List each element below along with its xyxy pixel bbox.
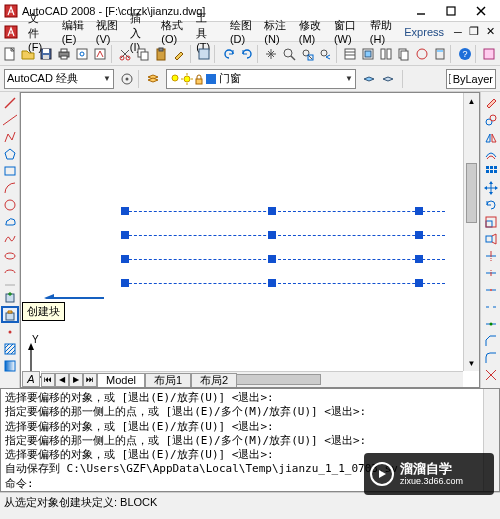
spline-icon[interactable] — [1, 230, 19, 247]
grip[interactable] — [268, 255, 276, 263]
maximize-button[interactable] — [436, 1, 466, 21]
make-block-icon[interactable] — [1, 306, 19, 323]
extend-icon[interactable] — [482, 264, 500, 281]
selected-line[interactable] — [124, 283, 445, 284]
polygon-icon[interactable] — [1, 145, 19, 162]
gradient-icon[interactable] — [1, 357, 19, 374]
save-icon[interactable] — [38, 45, 55, 63]
workspace-settings-icon[interactable] — [118, 70, 136, 88]
fillet-icon[interactable] — [482, 349, 500, 366]
cut-icon[interactable] — [117, 45, 134, 63]
menu-modify[interactable]: 修改(M) — [293, 16, 328, 47]
grip[interactable] — [121, 207, 129, 215]
help-icon[interactable]: ? — [456, 45, 473, 63]
sheetset-icon[interactable] — [395, 45, 412, 63]
point-icon[interactable] — [1, 323, 19, 340]
new-icon[interactable] — [2, 45, 19, 63]
block-editor-icon[interactable] — [195, 45, 212, 63]
construction-line-icon[interactable] — [1, 111, 19, 128]
grip[interactable] — [415, 207, 423, 215]
minimize-button[interactable] — [406, 1, 436, 21]
break-at-point-icon[interactable] — [482, 281, 500, 298]
markup-icon[interactable] — [413, 45, 430, 63]
match-prop-icon[interactable] — [171, 45, 188, 63]
array-icon[interactable] — [482, 162, 500, 179]
grip[interactable] — [121, 279, 129, 287]
menu-draw[interactable]: 绘图(D) — [224, 16, 258, 47]
express-toolbar-icon[interactable] — [481, 45, 498, 63]
polyline-icon[interactable] — [1, 128, 19, 145]
copy-obj-icon[interactable] — [482, 111, 500, 128]
menu-dimension[interactable]: 标注(N) — [258, 16, 292, 47]
close-button[interactable] — [466, 1, 496, 21]
zoom-prev-icon[interactable] — [317, 45, 334, 63]
tab-next-icon[interactable]: ▶ — [69, 373, 83, 387]
paste-icon[interactable] — [153, 45, 170, 63]
menu-format[interactable]: 格式(O) — [155, 16, 190, 47]
zoom-rt-icon[interactable] — [281, 45, 298, 63]
ellipse-arc-icon[interactable] — [1, 264, 19, 281]
menu-view[interactable]: 视图(V) — [90, 16, 124, 47]
copy-icon[interactable] — [135, 45, 152, 63]
annotation-scale-icon[interactable]: A — [22, 371, 40, 387]
insert-block-icon[interactable] — [1, 289, 19, 306]
scroll-up-icon[interactable]: ▲ — [464, 93, 479, 109]
calculator-icon[interactable] — [431, 45, 448, 63]
workspace-combo[interactable]: AutoCAD 经典 ▼ — [4, 69, 114, 89]
drawing-area[interactable]: 创建块 Y X ▲ — [20, 92, 480, 388]
open-icon[interactable] — [20, 45, 37, 63]
menu-help[interactable]: 帮助(H) — [364, 16, 398, 47]
menu-express[interactable]: Express — [398, 24, 450, 40]
plot-preview-icon[interactable] — [74, 45, 91, 63]
tab-last-icon[interactable]: ⏭ — [83, 373, 97, 387]
grip[interactable] — [121, 255, 129, 263]
join-icon[interactable] — [482, 315, 500, 332]
layer-combo[interactable]: 门窗 ▼ — [166, 69, 356, 89]
rectangle-icon[interactable] — [1, 162, 19, 179]
hatch-icon[interactable] — [1, 340, 19, 357]
selected-line[interactable] — [124, 259, 445, 260]
tab-layout1[interactable]: 布局1 — [145, 373, 191, 387]
zoom-window-icon[interactable] — [299, 45, 316, 63]
designcenter-icon[interactable] — [360, 45, 377, 63]
undo-icon[interactable] — [220, 45, 237, 63]
grip[interactable] — [415, 255, 423, 263]
stretch-icon[interactable] — [482, 230, 500, 247]
scale-icon[interactable] — [482, 213, 500, 230]
revision-cloud-icon[interactable] — [1, 213, 19, 230]
menu-window[interactable]: 窗口(W) — [328, 16, 364, 47]
doc-restore-button[interactable]: ❐ — [466, 24, 482, 40]
arc-icon[interactable] — [1, 179, 19, 196]
tab-layout2[interactable]: 布局2 — [191, 373, 237, 387]
color-combo[interactable]: ByLayer — [446, 69, 496, 89]
tab-first-icon[interactable]: ⏮ — [41, 373, 55, 387]
scroll-thumb[interactable] — [466, 163, 477, 223]
publish-icon[interactable] — [92, 45, 109, 63]
rotate-icon[interactable] — [482, 196, 500, 213]
tab-model[interactable]: Model — [97, 373, 145, 387]
pan-icon[interactable] — [263, 45, 280, 63]
vertical-scrollbar[interactable]: ▲ ▼ — [463, 93, 479, 371]
tab-prev-icon[interactable]: ◀ — [55, 373, 69, 387]
layer-prev-icon[interactable] — [379, 70, 397, 88]
break-icon[interactable] — [482, 298, 500, 315]
layer-prop-icon[interactable] — [144, 70, 162, 88]
toolpalette-icon[interactable] — [377, 45, 394, 63]
grip[interactable] — [268, 279, 276, 287]
move-icon[interactable] — [482, 179, 500, 196]
doc-minimize-button[interactable]: ─ — [450, 24, 466, 40]
erase-icon[interactable] — [482, 94, 500, 111]
chamfer-icon[interactable] — [482, 332, 500, 349]
grip[interactable] — [268, 207, 276, 215]
mirror-icon[interactable] — [482, 128, 500, 145]
ellipse-icon[interactable] — [1, 247, 19, 264]
grip[interactable] — [415, 231, 423, 239]
grip[interactable] — [268, 231, 276, 239]
scroll-down-icon[interactable]: ▼ — [464, 355, 479, 371]
grip[interactable] — [121, 231, 129, 239]
redo-icon[interactable] — [238, 45, 255, 63]
layer-tools-icon[interactable] — [360, 70, 378, 88]
offset-icon[interactable] — [482, 145, 500, 162]
grip[interactable] — [415, 279, 423, 287]
line-icon[interactable] — [1, 94, 19, 111]
